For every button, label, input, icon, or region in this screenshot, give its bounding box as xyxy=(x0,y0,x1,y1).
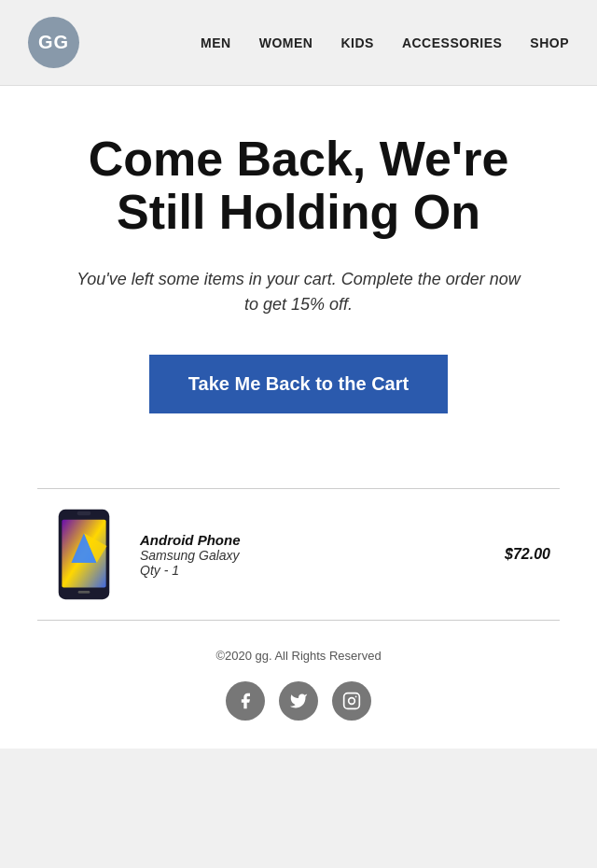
social-icons xyxy=(37,681,560,721)
product-info: Android Phone Samsung Galaxy Qty - 1 xyxy=(140,532,486,578)
product-image xyxy=(47,508,121,601)
main-subtext: You've left some items in your cart. Com… xyxy=(75,267,522,317)
svg-point-9 xyxy=(355,696,357,698)
cta-button[interactable]: Take Me Back to the Cart xyxy=(149,355,448,413)
svg-rect-6 xyxy=(78,591,90,594)
footer: ©2020 gg. All Rights Reserved xyxy=(0,621,597,749)
product-qty: Qty - 1 xyxy=(140,563,486,578)
product-price: $72.00 xyxy=(505,546,550,563)
main-nav: MEN WOMEN KIDS ACCESSORIES SHOP xyxy=(201,35,569,50)
svg-rect-7 xyxy=(344,693,360,709)
nav-women[interactable]: WOMEN xyxy=(259,35,313,50)
nav-accessories[interactable]: ACCESSORIES xyxy=(402,35,502,50)
header: GG MEN WOMEN KIDS ACCESSORIES SHOP xyxy=(0,0,597,86)
nav-shop[interactable]: SHOP xyxy=(530,35,569,50)
twitter-icon[interactable] xyxy=(279,681,318,721)
product-name: Android Phone xyxy=(140,532,486,548)
logo-text: GG xyxy=(38,32,69,53)
product-section: Android Phone Samsung Galaxy Qty - 1 $72… xyxy=(0,488,597,621)
nav-men[interactable]: MEN xyxy=(201,35,231,50)
instagram-icon[interactable] xyxy=(332,681,371,721)
phone-icon xyxy=(51,508,117,601)
product-model: Samsung Galaxy xyxy=(140,548,486,563)
nav-kids[interactable]: KIDS xyxy=(340,35,373,50)
main-headline: Come Back, We're Still Holding On xyxy=(37,133,560,239)
facebook-icon[interactable] xyxy=(226,681,265,721)
main-content: Come Back, We're Still Holding On You've… xyxy=(0,86,597,488)
footer-copyright: ©2020 gg. All Rights Reserved xyxy=(37,649,560,663)
logo[interactable]: GG xyxy=(28,17,79,68)
svg-point-8 xyxy=(349,698,355,705)
svg-rect-5 xyxy=(77,511,91,516)
product-row: Android Phone Samsung Galaxy Qty - 1 $72… xyxy=(37,489,560,620)
